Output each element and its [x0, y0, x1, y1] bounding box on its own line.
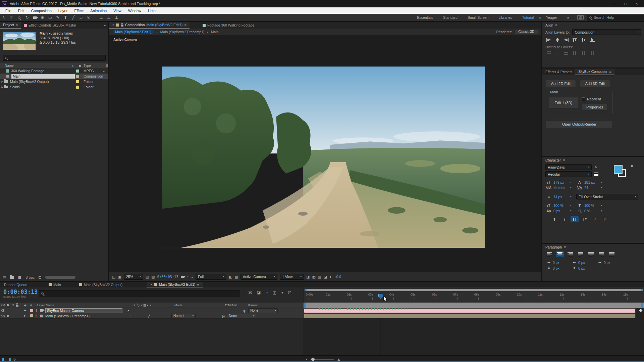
rulers-icon[interactable]: ▤	[146, 275, 149, 279]
video-frame[interactable]	[162, 66, 485, 248]
tracking-value[interactable]: 24	[584, 186, 600, 190]
minimize-button[interactable]: ─	[613, 1, 616, 6]
workspace-standard[interactable]: Standard	[438, 15, 463, 19]
panel-menu-icon[interactable]: ≡	[184, 23, 186, 27]
reset-exposure-icon[interactable]: ◐	[330, 275, 332, 279]
shape-tool[interactable]: ▭	[46, 15, 54, 20]
tab-project[interactable]: Project ≡	[0, 22, 21, 29]
add-3d-edit-button[interactable]: Add 3D Edit	[580, 80, 610, 87]
search-help-box[interactable]: Search Help	[587, 15, 644, 20]
align-v-center-button[interactable]	[579, 37, 588, 43]
horizontal-scrollbar[interactable]	[45, 276, 75, 279]
space-before-value[interactable]: 0 px	[553, 266, 566, 270]
puppet-pin-tool[interactable]: ☉	[85, 15, 93, 20]
project-row-footage[interactable]: 360 Walking Footage MPEG ∴	[0, 68, 108, 74]
align-right-button[interactable]	[562, 37, 571, 43]
keyframe-ticks[interactable]	[347, 308, 413, 310]
align-to-select[interactable]: Composition▾	[572, 29, 641, 35]
superscript-button[interactable]: T1	[591, 216, 599, 222]
zoom-out-mountain-icon[interactable]: ▲	[305, 358, 308, 361]
clone-stamp-tool[interactable]: ▱	[77, 15, 85, 20]
camera-tool[interactable]	[31, 15, 39, 20]
layer2-audio-toggle[interactable]	[7, 315, 8, 317]
time-ruler[interactable]: 0:00s 01s 02s 03s 04s 05s 06s 07s 08s 09…	[304, 287, 644, 303]
distribute-left-button[interactable]	[571, 50, 579, 56]
sort-ascending-icon[interactable]: ▲	[71, 64, 76, 67]
bw-swatches[interactable]	[593, 172, 599, 176]
interpret-footage-icon[interactable]: ▤	[3, 275, 6, 279]
align-bottom-button[interactable]	[588, 37, 597, 43]
tab-edit-comp[interactable]: ×Main (SkyBoxV2 Edit1)≡	[147, 282, 203, 287]
keyframe-ticks[interactable]	[319, 308, 343, 310]
brush-tool[interactable]: ╱	[69, 15, 77, 20]
label-swatch[interactable]	[76, 70, 79, 73]
sync-settings-icon[interactable]: ◫	[577, 15, 584, 19]
layer-row-1[interactable]: ► 1 SkyBox Master Camera ◔ ◎ None▾	[0, 308, 304, 313]
layer1-expand-arrow[interactable]: ►	[20, 309, 30, 312]
tab-effect-controls[interactable]: Effect Controls SkyBox Master	[21, 22, 79, 29]
view-axis-mode[interactable]: ⊥	[113, 15, 120, 20]
zoom-select[interactable]: 25%▾	[124, 274, 143, 280]
layer2-shy-toggle[interactable]: ◔	[124, 314, 148, 318]
panel-menu-icon[interactable]: ≡	[16, 23, 18, 27]
timeline-search[interactable]	[39, 290, 240, 297]
pixel-aspect-icon[interactable]: ◨	[306, 275, 310, 279]
small-caps-button[interactable]: TT	[581, 216, 589, 222]
solo-column-icon[interactable]	[12, 304, 14, 306]
layer-row-2[interactable]: ► 2 Main (SkyBoxV2 Precomp1) ◔ ╱ Normal▾…	[0, 313, 304, 319]
navigator-start-handle[interactable]	[305, 289, 307, 291]
new-composition-icon[interactable]	[18, 276, 21, 279]
renderer-button[interactable]: Classic 3D	[515, 29, 538, 34]
leading-value[interactable]: 181 px	[584, 180, 600, 184]
baseline-shift-value[interactable]: 0 px	[553, 209, 569, 213]
menu-animation[interactable]: Animation	[87, 9, 110, 13]
layer2-name[interactable]: Main (SkyBoxV2 Precomp1)	[45, 314, 124, 318]
label-column-icon[interactable]: ◆	[20, 303, 30, 307]
time-navigator[interactable]	[305, 289, 643, 291]
work-area-end[interactable]	[641, 303, 643, 308]
composition-viewer[interactable]: Active Camera	[109, 35, 541, 272]
project-search[interactable]	[3, 55, 106, 61]
work-area-start[interactable]	[304, 303, 306, 308]
new-folder-icon[interactable]	[10, 276, 14, 279]
tab-footage[interactable]: Footage 360 Walking Footage	[200, 22, 257, 29]
project-row-solids-folder[interactable]: ► Solids Folder	[0, 84, 108, 90]
work-area-bar[interactable]	[304, 303, 644, 308]
faux-bold-button[interactable]: T	[550, 216, 558, 222]
hand-tool[interactable]: ☞	[8, 15, 15, 20]
layer1-parent-select[interactable]: None▾	[248, 308, 278, 313]
column-size[interactable]: S	[106, 64, 108, 67]
menu-composition[interactable]: Composition	[28, 9, 55, 13]
font-size-value[interactable]: 179 px	[553, 180, 569, 184]
tab-main-comp[interactable]: Main	[45, 282, 65, 287]
tab-effects-presets[interactable]: Effects & Presets	[542, 69, 575, 75]
edit1-button[interactable]: Edit 1 (3D)	[549, 97, 578, 108]
expand-layer-switches-toggle[interactable]: ◧	[2, 357, 5, 361]
local-axis-mode[interactable]: ⊥	[97, 15, 105, 20]
panel-menu-icon[interactable]: ≡	[555, 23, 557, 27]
fast-previews-icon[interactable]: ◩	[312, 275, 315, 279]
audio-column-icon[interactable]	[7, 304, 8, 306]
snapshot-icon[interactable]	[181, 276, 184, 278]
layer2-expand-arrow[interactable]: ►	[20, 314, 30, 317]
type-tool[interactable]: T	[62, 15, 69, 20]
distribute-top-button[interactable]	[544, 50, 553, 56]
region-of-interest-icon[interactable]: ◧	[229, 275, 232, 279]
indent-left-value[interactable]: 0 px	[553, 261, 566, 265]
parent-column[interactable]: Parent	[248, 303, 258, 307]
reorient-checkbox[interactable]	[582, 97, 585, 101]
font-style-select[interactable]: Regular▾	[545, 171, 592, 177]
lock-icon[interactable]	[121, 25, 123, 27]
fill-stroke-swatches[interactable]: ⇄	[614, 165, 629, 179]
menu-layer[interactable]: Layer	[55, 9, 71, 13]
font-family-select[interactable]: RainyDays▾	[545, 164, 592, 170]
distribute-hcenter-button[interactable]	[579, 50, 588, 56]
breadcrumb-precomp[interactable]: Main (SkyBoxV2 Precomp1)	[160, 30, 204, 34]
indent-right-value[interactable]: 0 px	[578, 261, 591, 265]
footage-name[interactable]: Main	[40, 31, 48, 35]
resolution-select[interactable]: Full▾	[196, 274, 226, 280]
justify-last-center-button[interactable]	[587, 251, 595, 257]
project-row-output-folder[interactable]: ► Main (SkyBoxV2 Output) Folder	[0, 79, 108, 84]
flowchart-icon[interactable]: ◪	[324, 275, 327, 279]
workspace-tutorial[interactable]: Tutorial	[517, 15, 539, 19]
